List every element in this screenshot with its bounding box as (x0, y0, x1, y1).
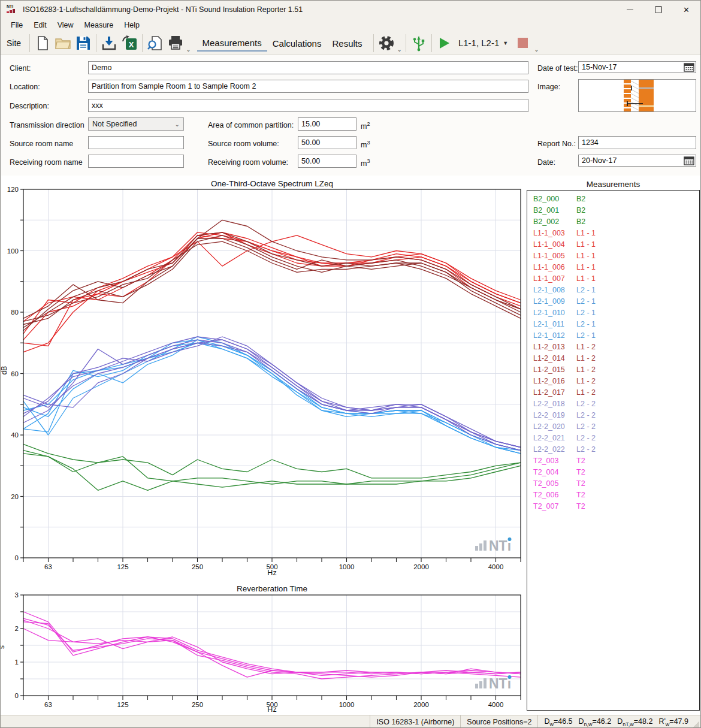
toolbar-separator (96, 34, 96, 52)
menu-bar: File Edit View Measure Help (1, 19, 700, 32)
measurement-row[interactable]: L2-2_018L2 - 2 (527, 398, 699, 409)
run-selection-label[interactable]: L1-1, L2-1 (458, 38, 499, 48)
toolbar: Site (1, 32, 700, 55)
measurement-row[interactable]: L1-1_007L1 - 1 (527, 273, 699, 284)
measurement-type: L2 - 1 (576, 286, 596, 294)
receiving-room-name-input[interactable] (88, 155, 184, 168)
measurement-row[interactable]: B2_002B2 (527, 216, 699, 227)
receiving-room-volume-input[interactable] (298, 155, 356, 168)
measurement-row[interactable]: T2_003T2 (527, 455, 699, 466)
save-icon (75, 35, 91, 51)
measurement-name: L1-1_003 (533, 229, 569, 237)
measurement-row[interactable]: L1-2_017L1 - 2 (527, 386, 699, 398)
date-of-test-field[interactable] (578, 61, 696, 73)
measurement-row[interactable]: T2_005T2 (527, 478, 699, 489)
new-document-button[interactable] (32, 34, 53, 53)
location-input[interactable] (88, 80, 528, 93)
export-excel-button[interactable]: X (119, 34, 140, 53)
save-button[interactable] (73, 34, 93, 53)
transmission-direction-select[interactable]: Not Specified ⌄ (88, 117, 184, 131)
import-button[interactable] (99, 34, 119, 53)
description-label: Description: (10, 102, 49, 110)
settings-button[interactable] (376, 34, 397, 53)
measurement-row[interactable]: T2_007T2 (527, 500, 699, 512)
menu-help[interactable]: Help (119, 20, 145, 31)
measurement-row[interactable]: L2-2_020L2 - 2 (527, 421, 699, 432)
measurement-name: L1-2_013 (533, 343, 569, 351)
site-label[interactable]: Site (1, 38, 27, 48)
rt-xlabel: Hz (23, 705, 521, 714)
stop-measurement-button[interactable] (518, 38, 528, 48)
measurement-type: T2 (576, 457, 585, 465)
measurement-row[interactable]: L1-2_014L1 - 2 (527, 352, 699, 364)
print-button[interactable] (165, 34, 186, 53)
menu-edit[interactable]: Edit (28, 20, 52, 31)
measurement-row[interactable]: B2_000B2 (527, 193, 699, 204)
area-input[interactable] (298, 117, 356, 131)
measurement-row[interactable]: L2-1_012L2 - 1 (527, 330, 699, 341)
measurement-row[interactable]: L1-1_005L1 - 1 (527, 250, 699, 261)
description-input[interactable] (88, 99, 528, 112)
status-metrics: Dw=46.5Dn,w=46.2DnT,w=48.2R'w=47.9 (537, 715, 700, 728)
measurement-row[interactable]: L2-2_019L2 - 2 (527, 409, 699, 421)
usb-device-button[interactable] (409, 34, 429, 53)
measurement-row[interactable]: L2-1_009L2 - 1 (527, 295, 699, 307)
client-input[interactable] (88, 61, 528, 74)
menu-measure[interactable]: Measure (79, 20, 119, 31)
svg-text:60: 60 (11, 370, 19, 377)
measurement-row[interactable]: L1-2_013L1 - 2 (527, 341, 699, 352)
svg-text:1: 1 (15, 658, 19, 666)
report-date-calendar-button[interactable] (684, 156, 694, 165)
tab-measurements[interactable]: Measurements (197, 34, 267, 52)
measurement-type: L2 - 1 (576, 331, 596, 340)
image-label: Image: (537, 83, 560, 91)
spectrum-xlabel: Hz (23, 569, 521, 577)
tab-results[interactable]: Results (327, 35, 367, 51)
run-overflow-chevron-icon[interactable]: ⌄ (534, 46, 539, 53)
tab-calculations[interactable]: Calculations (267, 35, 327, 51)
report-date-field[interactable] (578, 155, 696, 167)
measurement-name: T2_004 (533, 468, 569, 476)
measurement-row[interactable]: B2_001B2 (527, 204, 699, 216)
minimize-button[interactable] (616, 1, 644, 19)
measurement-row[interactable]: L2-2_021L2 - 2 (527, 432, 699, 443)
measurement-row[interactable]: L2-2_022L2 - 2 (527, 443, 699, 455)
source-room-volume-input[interactable] (298, 136, 356, 149)
settings-overflow-chevron-icon[interactable]: ⌄ (397, 46, 401, 53)
reverberation-chart: 012363125250500100020004000NTı (1, 591, 525, 709)
measurement-row[interactable]: L1-2_015L1 - 2 (527, 364, 699, 375)
measurement-row[interactable]: L2-1_010L2 - 1 (527, 307, 699, 318)
run-dropdown-chevron-icon[interactable]: ▼ (503, 40, 508, 46)
measurement-row[interactable]: L1-1_004L1 - 1 (527, 238, 699, 250)
measurement-row[interactable]: T2_006T2 (527, 489, 699, 500)
date-of-test-input[interactable] (578, 61, 696, 73)
resize-grip[interactable] (693, 721, 699, 727)
report-date-input[interactable] (578, 155, 696, 167)
report-no-input[interactable] (578, 136, 696, 149)
menu-file[interactable]: File (5, 20, 28, 31)
measurement-name: L1-1_006 (533, 263, 569, 271)
measurement-row[interactable]: T2_004T2 (527, 466, 699, 478)
source-room-name-input[interactable] (88, 136, 184, 149)
measurement-row[interactable]: L2-1_008L2 - 1 (527, 284, 699, 295)
measurement-row[interactable]: L2-1_011L2 - 1 (527, 318, 699, 330)
open-project-button[interactable] (53, 34, 73, 53)
maximize-button[interactable] (644, 1, 672, 19)
measurement-type: B2 (576, 218, 585, 226)
report-no-label: Report No.: (537, 140, 576, 148)
measurement-type: T2 (576, 502, 585, 510)
date-of-test-calendar-button[interactable] (684, 63, 694, 72)
start-measurement-button[interactable] (434, 34, 455, 53)
calendar-icon (684, 63, 694, 72)
measurement-row[interactable]: L1-1_006L1 - 1 (527, 261, 699, 273)
view-tabs: Measurements Calculations Results (197, 34, 368, 52)
measurement-row[interactable]: L1-2_016L1 - 2 (527, 375, 699, 386)
status-source-positions: Source Positions=2 (460, 715, 537, 728)
measurement-row[interactable]: L1-1_003L1 - 1 (527, 227, 699, 238)
status-standard: ISO 16283-1 (Airborne) (370, 715, 460, 728)
source-room-volume-label: Source room volume: (208, 140, 279, 148)
menu-view[interactable]: View (52, 20, 79, 31)
toolbar-overflow-chevron-icon[interactable]: ⌄ (186, 46, 191, 53)
print-preview-button[interactable] (145, 34, 165, 53)
close-button[interactable]: ✕ (672, 1, 700, 19)
